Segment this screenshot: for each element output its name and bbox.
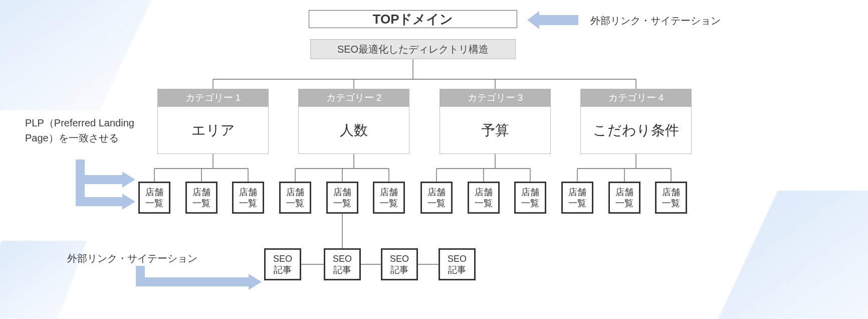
seo-article-box: SEO記事 <box>381 248 418 280</box>
store-list-box: 店舗一覧 <box>326 182 358 214</box>
top-domain-box: TOPドメイン <box>309 10 517 28</box>
category-4: カテゴリー 4 こだわり条件 <box>580 89 692 154</box>
category-4-header: カテゴリー 4 <box>580 89 692 107</box>
store-list-box: 店舗一覧 <box>608 182 640 214</box>
category-2-header: カテゴリー 2 <box>298 89 409 107</box>
bent-arrow-seo-icon <box>131 266 262 301</box>
category-2: カテゴリー 2 人数 <box>298 89 409 154</box>
seo-article-box: SEO記事 <box>264 248 301 280</box>
seo-article-box: SEO記事 <box>324 248 361 280</box>
annotation-external-link-bottom: 外部リンク・サイテーション <box>67 251 197 266</box>
annotation-external-link-top: 外部リンク・サイテーション <box>590 13 721 28</box>
category-3: カテゴリー 3 予算 <box>440 89 551 154</box>
store-list-box: 店舗一覧 <box>279 182 311 214</box>
seo-article-box: SEO記事 <box>439 248 476 280</box>
store-list-box: 店舗一覧 <box>514 182 546 214</box>
store-list-box: 店舗一覧 <box>373 182 405 214</box>
store-list-box: 店舗一覧 <box>232 182 264 214</box>
directory-structure-box: SEO最適化したディレクトリ構造 <box>310 39 516 59</box>
store-list-box: 店舗一覧 <box>138 182 170 214</box>
store-list-box: 店舗一覧 <box>420 182 453 214</box>
category-1-header: カテゴリー 1 <box>157 89 269 107</box>
svg-marker-29 <box>122 194 135 210</box>
svg-marker-30 <box>249 274 262 290</box>
category-3-body: 予算 <box>440 107 551 154</box>
directory-structure-label: SEO最適化したディレクトリ構造 <box>337 43 489 56</box>
category-1: カテゴリー 1 エリア <box>157 89 269 154</box>
store-list-box: 店舗一覧 <box>185 182 218 214</box>
category-3-header: カテゴリー 3 <box>440 89 551 107</box>
store-list-box: 店舗一覧 <box>468 182 500 214</box>
category-2-body: 人数 <box>298 107 409 154</box>
category-1-body: エリア <box>157 107 269 154</box>
bent-arrow-plp-2-icon <box>70 182 135 227</box>
store-list-box: 店舗一覧 <box>561 182 593 214</box>
top-domain-label: TOPドメイン <box>373 11 454 28</box>
store-list-box: 店舗一覧 <box>655 182 687 214</box>
arrow-to-top-domain-icon <box>527 11 578 29</box>
annotation-plp: PLP（Preferred Landing Page）を一致させる <box>25 115 140 145</box>
category-4-body: こだわり条件 <box>580 107 692 154</box>
